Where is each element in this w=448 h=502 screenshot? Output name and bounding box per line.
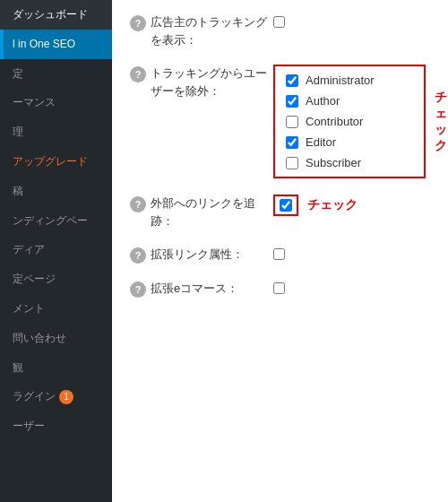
help-icon-external: ? <box>130 196 146 212</box>
enhanced-ecommerce-label: 拡張eコマース： <box>151 280 273 298</box>
sidebar-item-label: 定 <box>13 66 23 82</box>
sidebar-item-contact[interactable]: 問い合わせ <box>0 324 112 353</box>
sidebar-item-label: 稿 <box>13 184 23 199</box>
sidebar-item-appearance[interactable]: 観 <box>0 353 112 383</box>
sidebar-item-label: 観 <box>13 360 23 376</box>
sidebar-item-label: ンディングペー <box>13 213 88 229</box>
help-icon-link: ? <box>130 247 146 264</box>
role-checkbox-administrator[interactable] <box>286 74 298 87</box>
enhanced-link-checkbox[interactable] <box>273 248 285 260</box>
plugin-badge: 1 <box>59 390 73 404</box>
advertiser-tracking-label: 広告主のトラッキングを表示： <box>151 13 273 48</box>
sidebar-item-label: ディア <box>13 242 45 257</box>
enhanced-link-label: 拡張リンク属性： <box>151 246 273 264</box>
sidebar-item-plugins[interactable]: ラグイン 1 <box>0 382 112 411</box>
enhanced-ecommerce-section: ? 拡張eコマース： <box>130 280 430 298</box>
sidebar-item-manage[interactable]: 理 <box>0 117 112 147</box>
sidebar-item-posts[interactable]: 稿 <box>0 177 112 206</box>
enhanced-link-section: ? 拡張リンク属性： <box>130 246 430 264</box>
track-external-checkbox-wrap <box>273 195 298 216</box>
role-checkbox-contributor[interactable] <box>286 116 298 128</box>
role-row-contributor: Contributor <box>286 115 413 128</box>
enhanced-ecommerce-checkbox[interactable] <box>273 282 285 294</box>
track-external-label: 外部へのリンクを追跡： <box>151 195 273 229</box>
sidebar-item-settings[interactable]: 定 <box>0 59 112 89</box>
role-row-editor: Editor <box>286 135 413 149</box>
sidebar-item-label: メント <box>13 301 45 316</box>
sidebar-item-label: ラグイン <box>13 389 56 404</box>
sidebar-item-label: 問い合わせ <box>13 331 66 346</box>
role-label-subscriber: Subscriber <box>306 156 361 169</box>
help-icon-exclude: ? <box>130 66 146 82</box>
role-checkbox-author[interactable] <box>286 95 298 108</box>
sidebar-item-label: ーマンス <box>13 95 56 110</box>
exclude-users-section: ? トラッキングからユーザーを除外： Administrator Author <box>130 65 430 178</box>
advertiser-tracking-section: ? 広告主のトラッキングを表示： <box>130 13 430 48</box>
role-checkbox-subscriber[interactable] <box>286 157 298 169</box>
role-checkbox-editor[interactable] <box>286 136 298 149</box>
help-icon-advertiser: ? <box>130 15 146 31</box>
sidebar-item-label: アップグレード <box>13 154 88 169</box>
sidebar-item-static-pages[interactable]: 定ページ <box>0 264 112 294</box>
sidebar-item-label: 理 <box>13 125 23 140</box>
sidebar-item-users[interactable]: ーザー <box>0 411 112 441</box>
main-content: ? 広告主のトラッキングを表示： ? トラッキングからユーザーを除外： Admi… <box>112 0 448 502</box>
sidebar-item-upgrade[interactable]: アップグレード <box>0 147 112 177</box>
sidebar-item-landing[interactable]: ンディングペー <box>0 206 112 236</box>
role-label-editor: Editor <box>306 135 336 149</box>
sidebar-item-media[interactable]: ディア <box>0 235 112 264</box>
advertiser-tracking-checkbox[interactable] <box>273 16 285 28</box>
sidebar-item-label: l in One SEO <box>13 37 75 52</box>
sidebar-item-comments[interactable]: メント <box>0 294 112 324</box>
role-row-administrator: Administrator <box>286 74 413 87</box>
track-external-section: ? 外部へのリンクを追跡： チェック <box>130 195 430 229</box>
check-annotation-roles: チェック <box>435 90 447 154</box>
role-row-subscriber: Subscriber <box>286 156 413 169</box>
sidebar-item-label: ーザー <box>13 419 45 434</box>
exclude-users-label: トラッキングからユーザーを除外： <box>151 65 273 100</box>
role-label-administrator: Administrator <box>306 74 375 87</box>
track-external-checkbox[interactable] <box>280 199 292 212</box>
user-roles-checkbox-group: Administrator Author Contributor <box>273 65 426 178</box>
sidebar-item-label: 定ページ <box>13 272 56 287</box>
sidebar-item-aioseo[interactable]: l in One SEO <box>0 30 112 59</box>
sidebar: ダッシュボード l in One SEO 定 ーマンス 理 アップグレード 稿 … <box>0 0 112 502</box>
sidebar-item-label: ダッシュボード <box>13 7 88 22</box>
sidebar-item-performance[interactable]: ーマンス <box>0 88 112 117</box>
sidebar-item-dashboard[interactable]: ダッシュボード <box>0 0 112 30</box>
check-annotation-external: チェック <box>307 197 358 213</box>
role-row-author: Author <box>286 94 413 108</box>
role-label-author: Author <box>306 94 340 108</box>
role-label-contributor: Contributor <box>306 115 363 128</box>
help-icon-ecommerce: ? <box>130 281 146 298</box>
